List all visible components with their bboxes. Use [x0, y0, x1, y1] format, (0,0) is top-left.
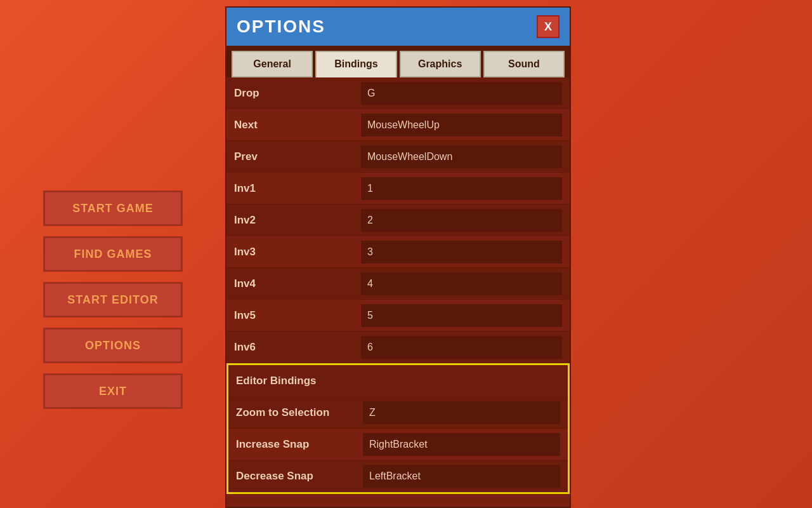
content-wrapper: Drop G Next MouseWheelUp Prev MouseWheel… [226, 77, 570, 507]
editor-bindings-section: Editor Bindings Zoom to Selection Z Incr… [226, 363, 570, 494]
binding-row: Inv6 6 [226, 331, 570, 363]
binding-row: Inv4 4 [226, 268, 570, 300]
binding-value[interactable]: 4 [361, 272, 562, 295]
editor-binding-value[interactable]: RightBracket [363, 433, 560, 456]
bindings-list: Drop G Next MouseWheelUp Prev MouseWheel… [226, 77, 570, 363]
binding-value[interactable]: 2 [361, 209, 562, 232]
sidebar-btn-options[interactable]: OPTIONS [43, 328, 183, 363]
close-button[interactable]: X [537, 15, 560, 38]
binding-label: Next [234, 119, 361, 131]
binding-row: Inv1 1 [226, 173, 570, 204]
editor-bindings-header: Editor Bindings [236, 375, 317, 387]
binding-label: Prev [234, 150, 361, 163]
binding-label: Drop [234, 87, 361, 100]
binding-value[interactable]: 3 [361, 241, 562, 264]
editor-bindings-header-row: Editor Bindings [228, 365, 568, 397]
options-dialog: OPTIONS X GeneralBindingsGraphicsSound D… [225, 6, 571, 508]
binding-value[interactable]: 5 [361, 304, 562, 327]
binding-label: Inv1 [234, 182, 361, 195]
binding-value[interactable]: 6 [361, 336, 562, 359]
binding-row: Next MouseWheelUp [226, 109, 570, 141]
editor-binding-label: Zoom to Selection [236, 406, 363, 419]
binding-label: Inv2 [234, 214, 361, 227]
binding-label: Inv6 [234, 341, 361, 354]
dialog-header: OPTIONS X [226, 8, 570, 46]
dialog-title: OPTIONS [237, 17, 325, 37]
editor-binding-value[interactable]: Z [363, 401, 560, 424]
editor-binding-value[interactable]: LeftBracket [363, 465, 560, 488]
binding-value[interactable]: 1 [361, 177, 562, 200]
binding-label: Inv4 [234, 277, 361, 290]
editor-binding-label: Decrease Snap [236, 470, 363, 483]
editor-binding-label: Increase Snap [236, 438, 363, 451]
binding-label: Inv3 [234, 246, 361, 258]
binding-label: Inv5 [234, 309, 361, 322]
tabs-bar: GeneralBindingsGraphicsSound [226, 46, 570, 77]
editor-binding-row: Zoom to Selection Z [228, 397, 568, 429]
sidebar-btn-find-games[interactable]: FIND GAMES [43, 236, 183, 272]
tab-bindings[interactable]: Bindings [315, 51, 396, 77]
binding-row: Inv3 3 [226, 236, 570, 268]
binding-row: Drop G [226, 77, 570, 109]
tab-general[interactable]: General [232, 51, 313, 77]
tab-graphics[interactable]: Graphics [400, 51, 481, 77]
sidebar: START GAMEFIND GAMESSTART EDITOROPTIONSE… [43, 190, 183, 409]
binding-value[interactable]: G [361, 82, 562, 105]
editor-bindings-list: Zoom to Selection Z Increase Snap RightB… [228, 397, 568, 492]
binding-row: Inv5 5 [226, 300, 570, 331]
sidebar-btn-start-game[interactable]: START GAME [43, 190, 183, 226]
binding-row: Inv2 2 [226, 204, 570, 236]
binding-value[interactable]: MouseWheelDown [361, 145, 562, 168]
tab-sound[interactable]: Sound [483, 51, 565, 77]
binding-value[interactable]: MouseWheelUp [361, 114, 562, 137]
content-scroll[interactable]: Drop G Next MouseWheelUp Prev MouseWheel… [226, 77, 570, 507]
sidebar-btn-exit[interactable]: EXIT [43, 373, 183, 409]
editor-binding-row: Decrease Snap LeftBracket [228, 460, 568, 492]
editor-binding-row: Increase Snap RightBracket [228, 429, 568, 460]
binding-row: Prev MouseWheelDown [226, 141, 570, 173]
sidebar-btn-start-editor[interactable]: START EDITOR [43, 282, 183, 318]
